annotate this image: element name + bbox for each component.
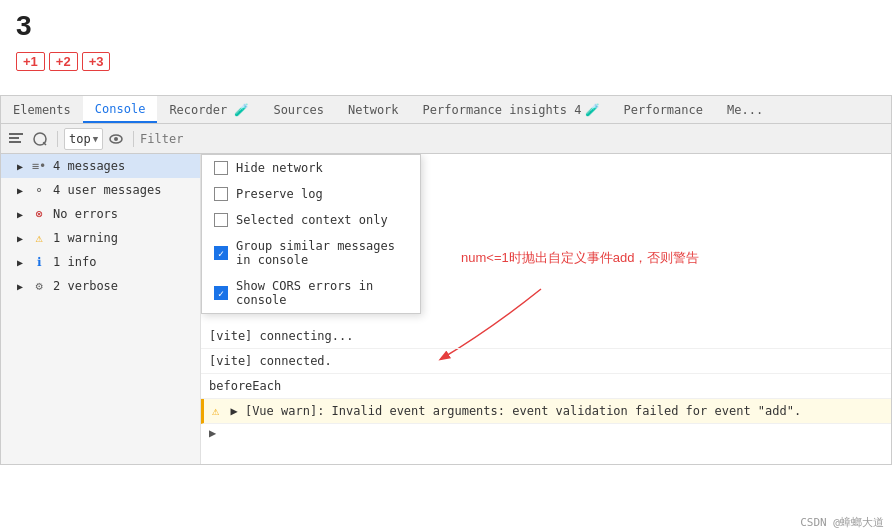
tab-elements[interactable]: Elements: [1, 96, 83, 123]
messages-label: 4 messages: [53, 159, 125, 173]
user-icon: ⚬: [31, 182, 47, 198]
info-label: 1 info: [53, 255, 96, 269]
badge-2[interactable]: +2: [49, 52, 78, 71]
triangle-icon-6: ▶: [17, 281, 23, 292]
sidebar-item-errors[interactable]: ▶ ⊗ No errors: [1, 202, 200, 226]
badge-3[interactable]: +3: [82, 52, 111, 71]
devtools-toolbar: top ▼: [1, 124, 891, 154]
tab-performance[interactable]: Performance: [612, 96, 715, 123]
info-icon: ℹ: [31, 254, 47, 270]
number-display: 3: [16, 10, 876, 42]
context-selector[interactable]: top ▼: [64, 128, 103, 150]
devtools-tabs: Elements Console Recorder 🧪 Sources Netw…: [1, 96, 891, 124]
annotation-text: num<=1时抛出自定义事件add，否则警告: [461, 249, 699, 267]
log-entry-2: [vite] connected.: [201, 349, 891, 374]
triangle-icon-3: ▶: [17, 209, 23, 220]
triangle-icon-2: ▶: [17, 185, 23, 196]
sidebar-item-verbose[interactable]: ▶ ⚙ 2 verbose: [1, 274, 200, 298]
filter-icon[interactable]: [29, 128, 51, 150]
sidebar-item-messages[interactable]: ▶ ≡• 4 messages: [1, 154, 200, 178]
menu-preserve-log[interactable]: Preserve log: [202, 181, 420, 207]
badge-row: +1 +2 +3: [16, 52, 876, 71]
sidebar-item-info[interactable]: ▶ ℹ 1 info: [1, 250, 200, 274]
tab-network[interactable]: Network: [336, 96, 411, 123]
messages-icon[interactable]: [5, 128, 27, 150]
triangle-icon: ▶: [17, 161, 23, 172]
sidebar-item-user[interactable]: ▶ ⚬ 4 user messages: [1, 178, 200, 202]
error-icon: ⊗: [31, 206, 47, 222]
tab-console[interactable]: Console: [83, 96, 158, 123]
log-entry-warning: ⚠ ▶ [Vue warn]: Invalid event arguments:…: [201, 399, 891, 424]
toolbar-separator-1: [57, 131, 58, 147]
svg-rect-1: [9, 137, 19, 139]
user-label: 4 user messages: [53, 183, 161, 197]
menu-hide-network[interactable]: Hide network: [202, 155, 420, 181]
triangle-icon-4: ▶: [17, 233, 23, 244]
preserve-log-checkbox[interactable]: [214, 187, 228, 201]
console-entries: [vite] connecting... [vite] connected. b…: [201, 324, 891, 442]
top-section: 3 +1 +2 +3: [0, 0, 892, 95]
warning-text: ▶ [Vue warn]: Invalid event arguments: e…: [230, 404, 801, 418]
group-similar-checkbox[interactable]: ✓: [214, 246, 228, 260]
toolbar-separator-2: [133, 131, 134, 147]
dropdown-menu: Hide network Preserve log Selected conte…: [201, 154, 421, 314]
messages-list-icon: ≡•: [31, 158, 47, 174]
expand-arrow[interactable]: ▶: [201, 424, 891, 442]
tab-recorder[interactable]: Recorder 🧪: [157, 96, 261, 123]
chevron-down-icon: ▼: [93, 134, 98, 144]
console-main: Hide network Preserve log Selected conte…: [201, 154, 891, 464]
context-label: top: [69, 132, 91, 146]
hide-network-checkbox[interactable]: [214, 161, 228, 175]
svg-point-6: [114, 137, 118, 141]
devtools-body: ▶ ≡• 4 messages ▶ ⚬ 4 user messages ▶ ⊗ …: [1, 154, 891, 464]
devtools-panel: Elements Console Recorder 🧪 Sources Netw…: [0, 95, 892, 465]
menu-group-similar[interactable]: ✓ Group similar messages in console: [202, 233, 420, 273]
log-entry-3: beforeEach: [201, 374, 891, 399]
console-sidebar: ▶ ≡• 4 messages ▶ ⚬ 4 user messages ▶ ⊗ …: [1, 154, 201, 464]
verbose-icon: ⚙: [31, 278, 47, 294]
warning-icon: ⚠: [31, 230, 47, 246]
warning-triangle-icon: ⚠: [212, 404, 219, 418]
warnings-label: 1 warning: [53, 231, 118, 245]
show-cors-checkbox[interactable]: ✓: [214, 286, 228, 300]
selected-context-checkbox[interactable]: [214, 213, 228, 227]
svg-rect-0: [9, 133, 23, 135]
sidebar-item-warnings[interactable]: ▶ ⚠ 1 warning: [1, 226, 200, 250]
tab-more[interactable]: Me...: [715, 96, 775, 123]
errors-label: No errors: [53, 207, 118, 221]
badge-1[interactable]: +1: [16, 52, 45, 71]
menu-show-cors[interactable]: ✓ Show CORS errors in console: [202, 273, 420, 313]
tab-sources[interactable]: Sources: [261, 96, 336, 123]
menu-selected-context[interactable]: Selected context only: [202, 207, 420, 233]
tab-performance-insights[interactable]: Performance insights 4 🧪: [411, 96, 612, 123]
svg-rect-2: [9, 141, 21, 143]
filter-input[interactable]: [140, 132, 887, 146]
log-entry-1: [vite] connecting...: [201, 324, 891, 349]
verbose-label: 2 verbose: [53, 279, 118, 293]
triangle-icon-5: ▶: [17, 257, 23, 268]
eye-icon[interactable]: [105, 128, 127, 150]
